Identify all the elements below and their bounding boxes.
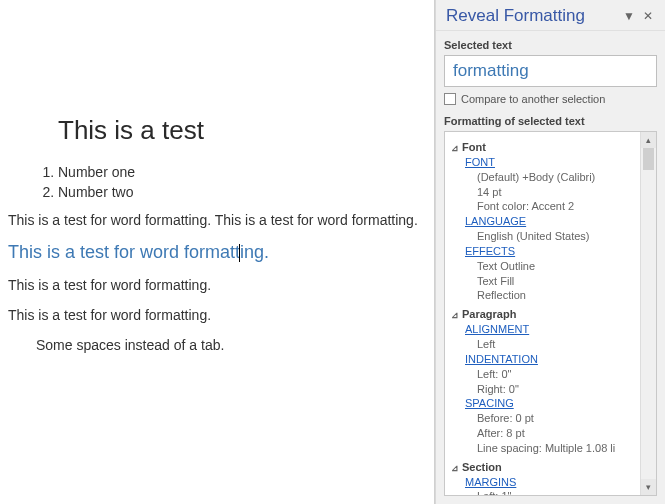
scroll-up-icon[interactable]: ▴ xyxy=(641,132,656,148)
compare-label: Compare to another selection xyxy=(461,93,605,105)
link-font[interactable]: FONT xyxy=(465,155,638,170)
value: Text Fill xyxy=(477,274,638,289)
value: (Default) +Body (Calibri) xyxy=(477,170,638,185)
formatting-tree[interactable]: ⊿Font FONT (Default) +Body (Calibri) 14 … xyxy=(445,132,640,495)
value: 14 pt xyxy=(477,185,638,200)
value: Reflection xyxy=(477,288,638,303)
selected-text-preview[interactable]: formatting xyxy=(444,55,657,87)
scroll-thumb[interactable] xyxy=(643,148,654,170)
styled-text-post[interactable]: ing. xyxy=(240,242,269,262)
pane-header: Reveal Formatting ▼ ✕ xyxy=(436,0,665,31)
link-margins[interactable]: MARGINS xyxy=(465,475,638,490)
value: Text Outline xyxy=(477,259,638,274)
pane-menu-dropdown-icon[interactable]: ▼ xyxy=(619,9,639,23)
value: Line spacing: Multiple 1.08 li xyxy=(477,441,638,456)
scrollbar[interactable]: ▴ ▾ xyxy=(640,132,656,495)
value: Font color: Accent 2 xyxy=(477,199,638,214)
numbered-list[interactable]: Number one Number two xyxy=(36,164,426,200)
paragraph[interactable]: This is a test for word formatting. xyxy=(8,277,426,293)
link-indentation[interactable]: INDENTATION xyxy=(465,352,638,367)
reveal-formatting-pane: Reveal Formatting ▼ ✕ Selected text form… xyxy=(435,0,665,504)
compare-row[interactable]: Compare to another selection xyxy=(444,93,657,105)
value: Left: 1" xyxy=(477,489,638,495)
pane-title: Reveal Formatting xyxy=(446,6,619,26)
doc-title[interactable]: This is a test xyxy=(58,115,426,146)
pane-body: Selected text formatting Compare to anot… xyxy=(436,31,665,504)
close-icon[interactable]: ✕ xyxy=(639,9,657,23)
scroll-track[interactable] xyxy=(641,148,656,479)
group-font: ⊿Font FONT (Default) +Body (Calibri) 14 … xyxy=(451,140,638,303)
group-paragraph: ⊿Paragraph ALIGNMENT Left INDENTATION Le… xyxy=(451,307,638,455)
link-language[interactable]: LANGUAGE xyxy=(465,214,638,229)
expand-icon[interactable]: ⊿ xyxy=(451,142,460,154)
styled-paragraph[interactable]: This is a test for word formatting. xyxy=(8,242,426,263)
formatting-tree-container: ⊿Font FONT (Default) +Body (Calibri) 14 … xyxy=(444,131,657,496)
compare-checkbox[interactable] xyxy=(444,93,456,105)
group-heading-paragraph[interactable]: ⊿Paragraph xyxy=(451,308,516,320)
value: Right: 0" xyxy=(477,382,638,397)
expand-icon[interactable]: ⊿ xyxy=(451,462,460,474)
paragraph[interactable]: This is a test for word formatting. This… xyxy=(8,212,426,228)
value: English (United States) xyxy=(477,229,638,244)
expand-icon[interactable]: ⊿ xyxy=(451,309,460,321)
link-spacing[interactable]: SPACING xyxy=(465,396,638,411)
value: Before: 0 pt xyxy=(477,411,638,426)
value: After: 8 pt xyxy=(477,426,638,441)
list-item[interactable]: Number two xyxy=(58,184,426,200)
link-effects[interactable]: EFFECTS xyxy=(465,244,638,259)
group-section: ⊿Section MARGINS Left: 1" xyxy=(451,460,638,495)
value: Left: 0" xyxy=(477,367,638,382)
scroll-down-icon[interactable]: ▾ xyxy=(641,479,656,495)
paragraph[interactable]: This is a test for word formatting. xyxy=(8,307,426,323)
group-heading-section[interactable]: ⊿Section xyxy=(451,461,502,473)
group-heading-font[interactable]: ⊿Font xyxy=(451,141,486,153)
document-canvas[interactable]: This is a test Number one Number two Thi… xyxy=(0,0,435,504)
selected-text-label: Selected text xyxy=(444,39,657,51)
paragraph-indented[interactable]: Some spaces instead of a tab. xyxy=(36,337,426,353)
link-alignment[interactable]: ALIGNMENT xyxy=(465,322,638,337)
styled-text-pre[interactable]: This is a test for word formatt xyxy=(8,242,240,262)
list-item[interactable]: Number one xyxy=(58,164,426,180)
formatting-label: Formatting of selected text xyxy=(444,115,657,127)
value: Left xyxy=(477,337,638,352)
